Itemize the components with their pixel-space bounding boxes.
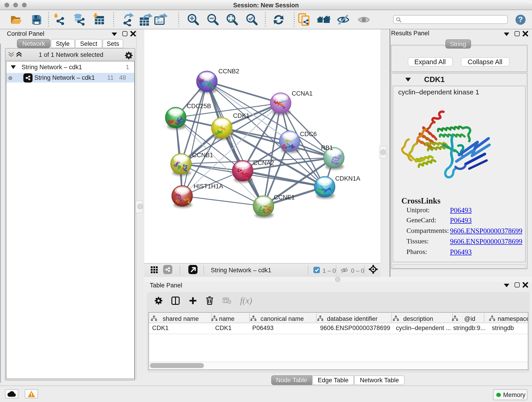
- svg-text:CCNB1: CCNB1: [192, 152, 213, 158]
- svg-text:HIST1H1A: HIST1H1A: [193, 183, 223, 190]
- svg-text:CDK1: CDK1: [233, 112, 249, 119]
- svg-text:CDC6: CDC6: [300, 130, 317, 137]
- svg-text:CCNA2: CCNA2: [253, 159, 274, 166]
- svg-text:RB1: RB1: [321, 144, 333, 151]
- svg-text:CDC25B: CDC25B: [186, 102, 211, 109]
- svg-text:CCNA1: CCNA1: [291, 90, 312, 97]
- svg-text:CCNB2: CCNB2: [218, 68, 239, 75]
- svg-text:CCNE1: CCNE1: [273, 194, 295, 201]
- svg-text:CDKN1A: CDKN1A: [335, 175, 360, 182]
